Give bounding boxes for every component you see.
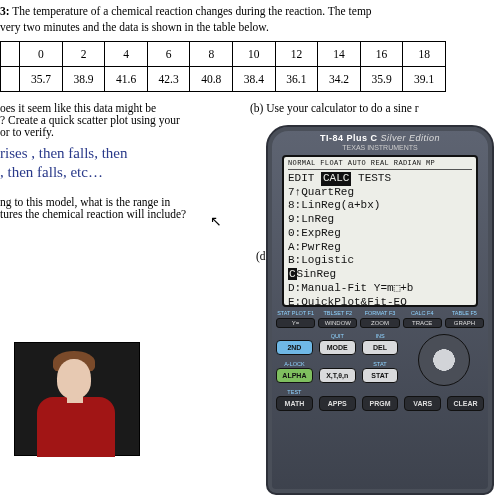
cell: 35.9 [360, 67, 403, 92]
problem-line2: very two minutes and the data is shown i… [0, 21, 269, 33]
active-tab: CALC [321, 172, 351, 186]
cell: 14 [318, 42, 361, 67]
row-head [1, 42, 20, 67]
row-head [1, 67, 20, 92]
cell: 4 [105, 42, 148, 67]
cell: 40.8 [190, 67, 233, 92]
table-row: 0 2 4 6 8 10 12 14 16 18 [1, 42, 446, 67]
cell: 16 [360, 42, 403, 67]
calculator-brand: TI-84 Plus C Silver Edition TEXAS INSTRU… [276, 133, 484, 151]
problem-line1: The temperature of a chemical reaction c… [12, 5, 371, 17]
stat-key[interactable]: STAT [362, 368, 399, 383]
problem-number: 3: [0, 5, 10, 17]
menu-item: 0:ExpReg [288, 227, 472, 241]
zoom-key[interactable]: ZOOM [360, 318, 399, 328]
math-key[interactable]: MATH [276, 396, 313, 411]
presenter-video [14, 342, 140, 456]
screen-status-bar: NORMAL FLOAT AUTO REAL RADIAN MP [288, 159, 472, 170]
cell: 39.1 [403, 67, 446, 92]
mode-key[interactable]: MODE [319, 340, 356, 355]
apps-key[interactable]: APPS [319, 396, 356, 411]
table-row: 35.7 38.9 41.6 42.3 40.8 38.4 36.1 34.2 … [1, 67, 446, 92]
cell: 10 [233, 42, 276, 67]
cell: 0 [20, 42, 63, 67]
menu-item: 9:LnReg [288, 213, 472, 227]
cell: 36.1 [275, 67, 318, 92]
mouse-cursor-icon: ↖ [210, 213, 222, 230]
calculator-screen: NORMAL FLOAT AUTO REAL RADIAN MP EDIT CA… [282, 155, 478, 307]
alpha-key[interactable]: ALPHA [276, 368, 313, 383]
cell: 35.7 [20, 67, 63, 92]
cell: 34.2 [318, 67, 361, 92]
menu-item: E:QuickPlot&Fit-EQ [288, 296, 472, 310]
cell: 18 [403, 42, 446, 67]
cell: 2 [62, 42, 105, 67]
menu-item-selected: CSinReg [288, 268, 472, 282]
cell: 6 [147, 42, 190, 67]
xt-key[interactable]: X,T,θ,n [319, 368, 356, 383]
dpad[interactable] [404, 334, 484, 386]
y-equals-key[interactable]: Y= [276, 318, 315, 328]
cell: 42.3 [147, 67, 190, 92]
second-key[interactable]: 2ND [276, 340, 313, 355]
part-a-text: oes it seem like this data might be ? Cr… [0, 102, 240, 138]
handwritten-answer: rises , then falls, then , then falls, e… [0, 144, 240, 182]
cell: 38.4 [233, 67, 276, 92]
soft-key-row: STAT PLOT F1Y= TBLSET F2WINDOW FORMAT F3… [276, 311, 484, 328]
clear-key[interactable]: CLEAR [447, 396, 484, 411]
screen-menu-tabs: EDIT CALC TESTS [288, 172, 472, 186]
trace-key[interactable]: TRACE [403, 318, 442, 328]
part-c-text: ng to this model, what is the range in t… [0, 196, 240, 220]
data-table: 0 2 4 6 8 10 12 14 16 18 35.7 38.9 41.6 … [0, 41, 446, 92]
menu-item: 7↑QuartReg [288, 186, 472, 200]
window-key[interactable]: WINDOW [318, 318, 357, 328]
vars-key[interactable]: VARS [404, 396, 441, 411]
prgm-key[interactable]: PRGM [362, 396, 399, 411]
keypad: 2ND QUITMODE INSDEL A-LOCKALPHA X,T,θ,n … [276, 334, 484, 411]
part-d-label: (d [256, 250, 266, 262]
menu-item: 8:LinReg(a+bx) [288, 199, 472, 213]
cell: 38.9 [62, 67, 105, 92]
screen-menu-list: 7↑QuartReg 8:LinReg(a+bx) 9:LnReg 0:ExpR… [288, 186, 472, 310]
cell: 41.6 [105, 67, 148, 92]
graph-key[interactable]: GRAPH [445, 318, 484, 328]
calculator: TI-84 Plus C Silver Edition TEXAS INSTRU… [266, 125, 494, 495]
menu-item: B:Logistic [288, 254, 472, 268]
menu-item: D:Manual-Fit Y=m⬚+b [288, 282, 472, 296]
del-key[interactable]: DEL [362, 340, 399, 355]
menu-item: A:PwrReg [288, 241, 472, 255]
cell: 12 [275, 42, 318, 67]
cell: 8 [190, 42, 233, 67]
problem-statement: 3: The temperature of a chemical reactio… [0, 0, 500, 37]
